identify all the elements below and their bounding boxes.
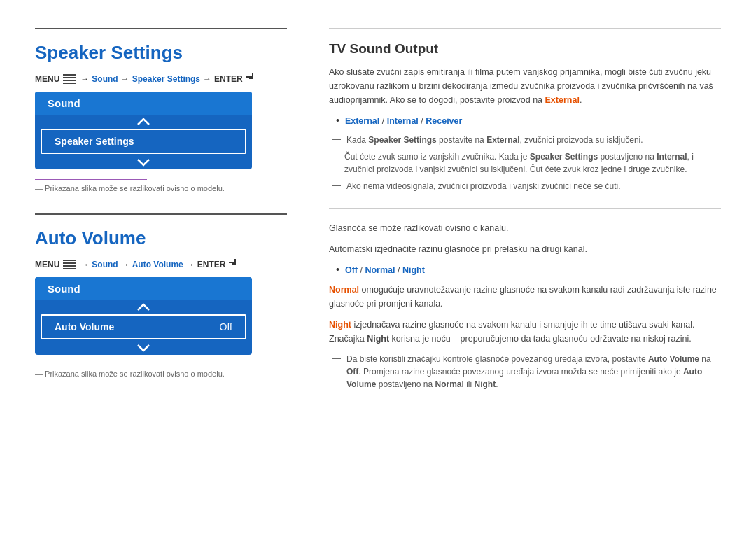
right-divider xyxy=(329,208,721,209)
top-divider xyxy=(35,28,287,29)
auto-volume-right-section: Glasnoća se može razlikovati ovisno o ka… xyxy=(329,221,721,391)
dash-note-1: ― Kada Speaker Settings postavite na Ext… xyxy=(332,134,721,146)
widget-header-1: Sound xyxy=(35,92,252,115)
arrow1: → xyxy=(80,74,89,84)
arrow3b: → xyxy=(186,260,195,269)
enter-label-1: ENTER xyxy=(214,74,243,84)
svg-rect-4 xyxy=(234,259,236,264)
enter-label-2: ENTER xyxy=(197,260,226,269)
speaker-settings-section: Speaker Settings MENU → Sound → Speaker … xyxy=(35,28,287,192)
sound-link-2: Sound xyxy=(92,260,118,269)
av-bullet: • Off / Normal / Night xyxy=(336,263,721,277)
normal-body: omogućuje uravnotežavanje razine glasnoć… xyxy=(329,285,717,309)
normal-para: Normal omogućuje uravnotežavanje razine … xyxy=(329,283,721,311)
svg-rect-1 xyxy=(252,73,253,78)
note-line-1 xyxy=(35,179,147,180)
settings-link-2: Auto Volume xyxy=(132,260,183,269)
body-text-1: Ako slušate zvučni zapis emitiranja ili … xyxy=(329,67,713,105)
av-body2: Automatski izjednačite razinu glasnoće p… xyxy=(329,242,721,256)
av-dash-note: ― Da biste koristili značajku kontrole g… xyxy=(332,353,721,391)
speaker-settings-item[interactable]: Speaker Settings xyxy=(41,129,246,154)
right-column: TV Sound Output Ako slušate zvučni zapis… xyxy=(315,28,721,513)
dash2-text: Čut ćete zvuk samo iz vanjskih zvučnika.… xyxy=(344,150,721,176)
sound-link-1: Sound xyxy=(92,74,118,84)
night-bold: Night xyxy=(367,334,389,344)
auto-volume-widget: Sound Auto Volume Off xyxy=(35,277,252,355)
auto-volume-title: Auto Volume xyxy=(35,227,287,249)
widget-arrow-down-2[interactable] xyxy=(35,339,252,355)
menu-label-2: MENU xyxy=(35,260,59,269)
note-text-2: ― Prikazana slika može se razlikovati ov… xyxy=(35,370,287,378)
normal-label: Normal xyxy=(365,265,395,275)
speaker-settings-title: Speaker Settings xyxy=(35,42,287,64)
enter-icon-2 xyxy=(229,259,240,270)
auto-volume-item[interactable]: Auto Volume Off xyxy=(41,314,246,339)
sep3: / xyxy=(358,265,365,275)
bullet-dot-2: • xyxy=(336,263,340,277)
widget-header-2: Sound xyxy=(35,277,252,300)
rec-label: Receiver xyxy=(426,116,462,126)
arrow1b: → xyxy=(80,260,89,269)
tv-sound-title: TV Sound Output xyxy=(329,41,721,57)
svg-rect-5 xyxy=(232,263,236,265)
sep2: / xyxy=(419,116,426,126)
dash-note-3: ― Ako nema videosignala, zvučnici proizv… xyxy=(332,180,721,192)
dash-note-2: Čut ćete zvuk samo iz vanjskih zvučnika.… xyxy=(344,150,721,176)
menu-label: MENU xyxy=(35,74,59,84)
widget-arrow-up-2[interactable] xyxy=(35,300,252,314)
night-highlight: Night xyxy=(329,320,351,330)
item-label-1: Speaker Settings xyxy=(55,136,134,147)
settings-link-1: Speaker Settings xyxy=(132,74,200,84)
menu-icon xyxy=(63,74,76,84)
sep1: / xyxy=(379,116,386,126)
dash1-sym: ― xyxy=(332,134,341,146)
note-text-1: ― Prikazana slika može se razlikovati ov… xyxy=(35,184,287,192)
widget-arrow-up-1[interactable] xyxy=(35,115,252,129)
tv-sound-body: Ako slušate zvučni zapis emitiranja ili … xyxy=(329,65,721,107)
dash1-text: Kada Speaker Settings postavite na Exter… xyxy=(346,134,643,146)
int-label: Internal xyxy=(387,116,419,126)
arrow3: → xyxy=(203,74,211,84)
normal-highlight: Normal xyxy=(329,285,359,295)
av-dash-text: Da biste koristili značajku kontrole gla… xyxy=(346,353,721,391)
tv-sound-output-section: TV Sound Output Ako slušate zvučni zapis… xyxy=(329,41,721,192)
ext-label: External xyxy=(345,116,379,126)
body-end: . xyxy=(580,95,582,105)
svg-rect-2 xyxy=(249,78,253,79)
arrow2: → xyxy=(121,74,130,84)
menu-icon-2 xyxy=(63,260,76,269)
dash3-text: Ako nema videosignala, zvučnici proizvod… xyxy=(346,180,621,192)
tv-sound-bullet: • External / Internal / Receiver xyxy=(336,114,721,128)
av-body1: Glasnoća se može razlikovati ovisno o ka… xyxy=(329,221,721,235)
item-value-2: Off xyxy=(220,321,232,332)
auto-volume-breadcrumb: MENU → Sound → Auto Volume → ENTER xyxy=(35,259,287,270)
body-highlight-external: External xyxy=(545,95,580,105)
auto-volume-section: Auto Volume MENU → Sound → Auto Volume →… xyxy=(35,213,287,378)
night-body2: korisna je noću – preporučujemo da tada … xyxy=(389,334,692,344)
left-column: Speaker Settings MENU → Sound → Speaker … xyxy=(35,28,287,513)
enter-icon-1 xyxy=(246,73,258,85)
sep4: / xyxy=(395,265,402,275)
top-divider-2 xyxy=(35,213,287,215)
bullet-text-2: Off / Normal / Night xyxy=(345,263,425,277)
speaker-breadcrumb: MENU → Sound → Speaker Settings → ENTER xyxy=(35,73,287,85)
dash3-sym: ― xyxy=(332,180,341,192)
speaker-settings-widget: Sound Speaker Settings xyxy=(35,92,252,169)
bullet-text-1: External / Internal / Receiver xyxy=(345,114,462,128)
off-label: Off xyxy=(345,265,358,275)
widget-arrow-down-1[interactable] xyxy=(35,154,252,169)
item-label-2: Auto Volume xyxy=(55,321,114,332)
arrow2b: → xyxy=(121,260,130,269)
note-line-2 xyxy=(35,365,147,365)
right-top-line xyxy=(329,28,721,29)
night-label: Night xyxy=(402,265,425,275)
night-para: Night izjednačava razine glasnoće na sva… xyxy=(329,318,721,346)
av-dash-sym: ― xyxy=(332,353,341,391)
bullet-dot-1: • xyxy=(336,114,340,128)
